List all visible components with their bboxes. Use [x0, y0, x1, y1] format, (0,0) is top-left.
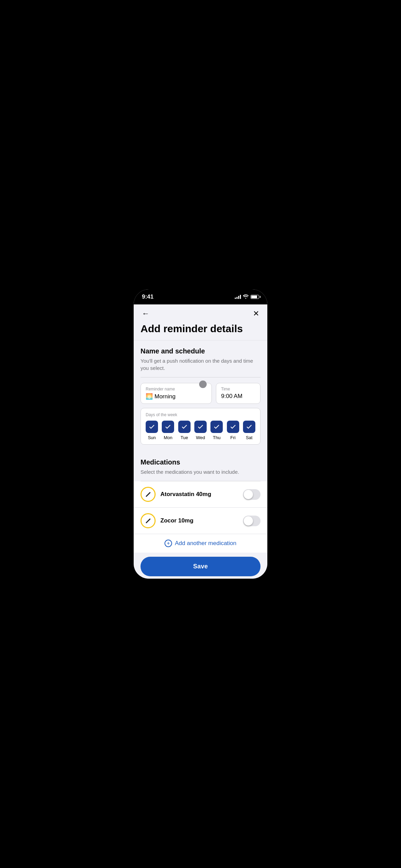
status-icons: [235, 294, 259, 300]
days-row: Sun Mon Tue: [146, 421, 255, 440]
divider-1: [141, 377, 260, 377]
day-label-tue: Tue: [181, 435, 188, 440]
day-checkbox-mon[interactable]: [162, 421, 174, 433]
med-icon-zocor: [141, 513, 156, 528]
med-name-zocor: Zocor 10mg: [160, 517, 238, 524]
slash-icon-zocor: [145, 517, 151, 524]
time-value: 9:00 AM: [221, 393, 255, 400]
day-label-mon: Mon: [164, 435, 172, 440]
phone-frame: 9:41 ← ✕ Add remi: [134, 289, 267, 579]
medication-item-zocor: Zocor 10mg: [134, 507, 267, 534]
header-nav: ← ✕: [141, 309, 260, 319]
drag-handle: [199, 381, 207, 388]
signal-bars-icon: [235, 295, 241, 299]
add-medication-button[interactable]: + Add another medication: [134, 534, 267, 553]
add-medication-label: Add another medication: [175, 540, 236, 547]
main-content: ← ✕ Add reminder details Name and schedu…: [134, 304, 267, 579]
day-item-sun: Sun: [146, 421, 158, 440]
day-label-fri: Fri: [230, 435, 235, 440]
reminder-name-field[interactable]: Reminder name 🌅 Morning: [141, 383, 212, 404]
days-of-week-box: Days of the week Sun Mon: [141, 408, 260, 445]
day-item-fri: Fri: [227, 421, 239, 440]
medication-item-atorvastatin: Atorvastatin 40mg: [134, 481, 267, 507]
day-label-sun: Sun: [148, 435, 156, 440]
add-medication-icon: +: [165, 540, 172, 547]
reminder-emoji: 🌅: [146, 393, 153, 400]
save-area: Save: [134, 553, 267, 579]
name-schedule-subtitle: You'll get a push notification on the da…: [141, 357, 260, 372]
day-checkbox-tue[interactable]: [178, 421, 191, 433]
inputs-row: Reminder name 🌅 Morning Time 9:00 AM: [141, 383, 260, 404]
reminder-name-label: Reminder name: [146, 387, 207, 391]
wifi-icon: [243, 294, 248, 300]
back-button[interactable]: ←: [141, 309, 151, 319]
medications-subtitle: Select the medications you want to inclu…: [141, 468, 260, 475]
day-item-thu: Thu: [210, 421, 223, 440]
days-label: Days of the week: [146, 412, 255, 417]
medication-list: Atorvastatin 40mg Zocor 10mg + Add anoth…: [134, 481, 267, 553]
time-field[interactable]: Time 9:00 AM: [216, 383, 260, 404]
day-checkbox-sat[interactable]: [243, 421, 255, 433]
status-bar: 9:41: [134, 289, 267, 304]
page-title: Add reminder details: [141, 323, 260, 335]
header: ← ✕ Add reminder details: [134, 304, 267, 340]
slash-icon-atorvastatin: [145, 491, 151, 498]
toggle-knob-atorvastatin: [244, 490, 253, 499]
day-item-mon: Mon: [162, 421, 174, 440]
name-schedule-title: Name and schedule: [141, 347, 260, 355]
save-button[interactable]: Save: [141, 557, 260, 576]
reminder-name-value: 🌅 Morning: [146, 393, 207, 400]
status-time: 9:41: [142, 293, 154, 300]
day-item-sat: Sat: [243, 421, 255, 440]
day-label-thu: Thu: [213, 435, 220, 440]
toggle-atorvastatin[interactable]: [243, 489, 260, 500]
day-label-wed: Wed: [196, 435, 205, 440]
time-label: Time: [221, 387, 255, 391]
day-item-wed: Wed: [194, 421, 207, 440]
med-icon-atorvastatin: [141, 487, 156, 502]
day-checkbox-fri[interactable]: [227, 421, 239, 433]
day-checkbox-sun[interactable]: [146, 421, 158, 433]
medications-title: Medications: [141, 458, 260, 466]
day-checkbox-wed[interactable]: [194, 421, 207, 433]
day-label-sat: Sat: [246, 435, 253, 440]
toggle-knob-zocor: [244, 516, 253, 526]
day-item-tue: Tue: [178, 421, 191, 440]
medications-section: Medications Select the medications you w…: [134, 451, 267, 481]
close-button[interactable]: ✕: [252, 309, 260, 319]
name-schedule-section: Name and schedule You'll get a push noti…: [134, 340, 267, 451]
med-name-atorvastatin: Atorvastatin 40mg: [160, 491, 238, 498]
battery-icon: [251, 295, 259, 299]
toggle-zocor[interactable]: [243, 516, 260, 526]
day-checkbox-thu[interactable]: [210, 421, 223, 433]
